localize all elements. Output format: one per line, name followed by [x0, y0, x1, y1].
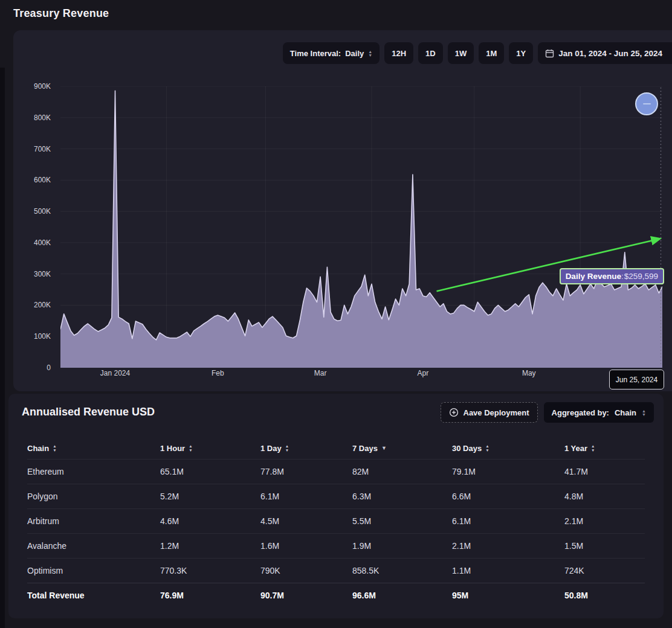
- annualised-revenue-panel: Annualised Revenue USD Aave Deployment A…: [8, 394, 664, 618]
- cell: Avalanche: [27, 541, 160, 551]
- time-interval-select[interactable]: Time Interval: Daily ▲▼: [283, 42, 380, 64]
- calendar-icon: [545, 49, 554, 58]
- chevron-updown-icon: ▲▼: [642, 409, 646, 416]
- cell: 6.1M: [260, 492, 352, 501]
- sort-both-icon: ▲▼: [189, 444, 192, 452]
- cell: 96.6M: [352, 591, 452, 600]
- cell: 6.6M: [452, 492, 564, 501]
- range-button-12h[interactable]: 12H: [384, 42, 413, 64]
- column-header-1-hour[interactable]: 1 Hour▲▼: [160, 444, 260, 453]
- range-button-1w[interactable]: 1W: [448, 42, 474, 64]
- range-button-1m[interactable]: 1M: [479, 42, 504, 64]
- cell: 6.3M: [352, 492, 452, 501]
- tooltip-separator: :: [621, 272, 624, 281]
- y-axis-label: 900K: [15, 82, 51, 91]
- chevron-updown-icon: ▲▼: [368, 50, 372, 57]
- cell: 76.9M: [160, 591, 260, 600]
- aggregated-by-select[interactable]: Aggregated by: Chain ▲▼: [544, 402, 654, 423]
- y-axis-label: 400K: [15, 239, 51, 247]
- date-range-value: Jan 01, 2024 - Jun 25, 2024: [558, 49, 662, 58]
- table-header-bar: Annualised Revenue USD Aave Deployment A…: [8, 394, 664, 431]
- cell: Optimism: [27, 566, 160, 575]
- time-interval-value: Daily: [345, 49, 364, 58]
- sort-both-icon: ▲▼: [485, 444, 489, 452]
- x-axis-label: Jan 2024: [100, 369, 130, 377]
- y-axis-label: 800K: [15, 114, 51, 122]
- cell: Ethereum: [27, 467, 160, 476]
- time-interval-label: Time Interval:: [290, 49, 341, 58]
- cell: 90.7M: [260, 591, 352, 600]
- x-axis-label: Mar: [314, 369, 327, 377]
- y-axis-label: 700K: [15, 145, 51, 153]
- column-header-7-days[interactable]: 7 Days▼: [352, 444, 452, 453]
- annotation-handle[interactable]: [635, 92, 658, 115]
- y-axis-label: 0: [15, 364, 51, 372]
- cell: Total Revenue: [27, 591, 160, 600]
- cell: 1.1M: [452, 566, 564, 575]
- sort-both-icon: ▲▼: [591, 444, 595, 452]
- table-actions: Aave Deployment Aggregated by: Chain ▲▼: [441, 402, 654, 423]
- y-axis-label: 500K: [15, 207, 51, 216]
- cell: 724K: [564, 566, 645, 575]
- table-row-total: Total Revenue76.9M90.7M96.6M95M50.8M: [27, 583, 645, 607]
- column-header-chain[interactable]: Chain▲▼: [27, 444, 160, 453]
- cell: 4.5M: [260, 516, 352, 526]
- cell: 4.6M: [160, 516, 260, 526]
- minus-icon: [643, 103, 651, 104]
- sort-desc-icon: ▼: [381, 445, 387, 451]
- tooltip-value: $259,599: [624, 272, 658, 281]
- aave-deployment-label: Aave Deployment: [464, 408, 529, 417]
- table-row-optimism: Optimism770.3K790K858.5K1.1M724K: [27, 558, 645, 583]
- treasury-revenue-chart-panel: Time Interval: Daily ▲▼ 12H1D1W1M1Y Jan …: [13, 30, 672, 391]
- cell: 77.8M: [260, 467, 352, 476]
- aave-deployment-button[interactable]: Aave Deployment: [441, 402, 538, 423]
- y-axis-label: 100K: [15, 332, 51, 341]
- cell: 4.8M: [564, 492, 645, 501]
- cell: 1.6M: [260, 541, 352, 551]
- cell: Arbitrum: [27, 516, 160, 526]
- cell: 95M: [452, 591, 564, 600]
- aggregated-by-value: Chain: [615, 408, 636, 417]
- date-range-picker[interactable]: Jan 01, 2024 - Jun 25, 2024: [538, 42, 672, 64]
- table-header-row: Chain▲▼1 Hour▲▼1 Day▲▼7 Days▼30 Days▲▼1 …: [27, 437, 645, 459]
- x-axis-label: May: [522, 369, 536, 377]
- cell: 1.5M: [564, 541, 645, 551]
- cell: 2.1M: [564, 516, 645, 526]
- cell: 50.8M: [564, 591, 645, 600]
- column-header-1-year[interactable]: 1 Year▲▼: [564, 444, 645, 453]
- tooltip-label: Daily Revenue: [566, 272, 621, 281]
- cell: 1.9M: [352, 541, 452, 551]
- y-axis-label: 200K: [15, 301, 51, 309]
- table-row-polygon: Polygon5.2M6.1M6.3M6.6M4.8M: [27, 484, 645, 508]
- column-header-1-day[interactable]: 1 Day▲▼: [260, 444, 352, 453]
- cell: 41.7M: [564, 467, 645, 476]
- page-title: Treasury Revenue: [13, 7, 109, 20]
- chart-controls: Time Interval: Daily ▲▼ 12H1D1W1M1Y Jan …: [283, 42, 672, 64]
- y-axis-label: 600K: [15, 176, 51, 184]
- sort-both-icon: ▲▼: [53, 444, 56, 452]
- cell: 6.1M: [452, 516, 564, 526]
- range-button-1y[interactable]: 1Y: [509, 42, 533, 64]
- cell: 79.1M: [452, 467, 564, 476]
- crosshair-date-label: Jun 25, 2024: [609, 370, 664, 389]
- x-axis-label: Apr: [418, 369, 429, 377]
- cell: 82M: [352, 467, 452, 476]
- revenue-table: Chain▲▼1 Hour▲▼1 Day▲▼7 Days▼30 Days▲▼1 …: [27, 437, 645, 607]
- cell: 790K: [260, 566, 352, 575]
- y-axis: 0100K200K300K400K500K600K700K800K900K: [13, 86, 56, 368]
- table-row-ethereum: Ethereum65.1M77.8M82M79.1M41.7M: [27, 459, 645, 484]
- cell: 1.2M: [160, 541, 260, 551]
- cell: Polygon: [27, 492, 160, 501]
- cell: 65.1M: [160, 467, 260, 476]
- plot-area[interactable]: [60, 86, 662, 368]
- left-edge-strip: [0, 68, 5, 628]
- section-title: Annualised Revenue USD: [22, 406, 155, 418]
- column-header-30-days[interactable]: 30 Days▲▼: [452, 444, 564, 453]
- sort-both-icon: ▲▼: [285, 444, 289, 452]
- aggregated-by-label: Aggregated by:: [552, 408, 609, 417]
- x-axis-label: Feb: [212, 369, 224, 377]
- plus-circle-icon: [449, 408, 459, 417]
- cell: 2.1M: [452, 541, 564, 551]
- cell: 5.2M: [160, 492, 260, 501]
- range-button-1d[interactable]: 1D: [418, 42, 443, 64]
